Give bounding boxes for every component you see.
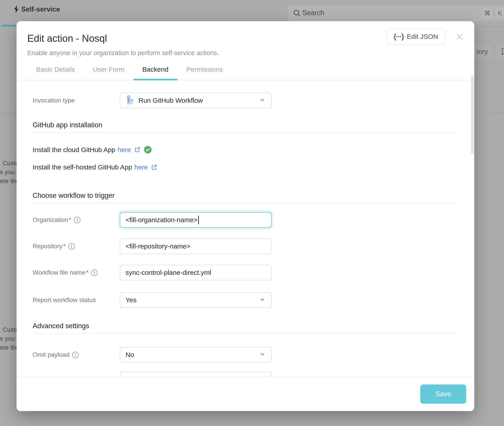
chevron-down-icon [259,351,266,359]
save-button[interactable]: Save [420,384,466,404]
repository-row: Repository* i <fill-repository-name> [33,238,458,254]
modal-subtitle: Enable anyone in your organization to pe… [27,49,464,57]
omit-payload-value: No [126,351,134,359]
omit-payload-select[interactable]: No [120,347,272,362]
install-self-hosted-link[interactable]: here [134,163,148,171]
cmd-key-chip: ⌘ [482,7,493,19]
close-icon [455,33,464,41]
repository-value: <fill-repository-name> [126,242,190,250]
search-placeholder: Search [302,9,324,17]
chevron-down-icon [259,296,266,304]
modal-tabs: Basic Details User Form Backend Permissi… [16,66,474,80]
invocation-type-value: Run GitHub Workflow [138,97,203,104]
install-cloud-line: Install the cloud GitHub App here [33,146,458,154]
section-heading-github-app: GitHub app installation [33,121,458,129]
organization-input[interactable]: <fill-organization-name> [120,212,272,228]
tab-user-form[interactable]: User Form [84,66,133,80]
github-workflow-icon [126,95,135,106]
organization-label: Organization* i [33,216,120,223]
report-workflow-status-select[interactable]: Yes [120,292,272,308]
book-icon [500,47,504,56]
workflow-file-name-label: Workflow file name* i [33,269,120,276]
background-active-tab-underline [2,25,16,26]
organization-value: <fill-organization-name> [126,216,197,224]
check-circle-icon [144,146,152,154]
omit-user-inputs-row: Omit user inputs Yes [33,371,458,377]
k-key-chip: K [495,7,504,19]
tab-backend[interactable]: Backend [133,66,177,80]
section-heading-choose-workflow: Choose workflow to trigger [33,192,458,200]
section-divider [33,132,458,133]
modal-scrollbar[interactable] [471,75,474,154]
workflow-file-name-value: sync-control-plane-direct.yml [126,269,211,277]
invocation-type-row: Invocation type [33,93,458,108]
modal-form-scroll-area: Invocation type [16,81,474,377]
required-mark: * [69,216,71,223]
install-cloud-link[interactable]: here [117,146,131,154]
tab-permissions[interactable]: Permissions [177,66,232,80]
info-icon[interactable]: i [72,352,79,358]
info-icon[interactable]: i [68,243,75,250]
edit-action-modal: Edit action - Nosql Enable anyone in you… [16,21,474,411]
docs-button[interactable] [496,43,504,60]
invocation-type-label: Invocation type [33,97,120,104]
modal-footer: Save [16,377,474,411]
info-icon[interactable]: i [91,270,98,276]
repository-label: Repository* i [33,243,120,250]
omit-payload-label: Omit payload i [33,351,120,358]
info-icon[interactable]: i [74,217,80,223]
lightning-bolt-icon [13,5,21,14]
history-button-label: tory [477,48,488,55]
install-self-hosted-line: Install the self-hosted GitHub App here [33,163,458,171]
external-link-icon[interactable] [134,146,141,153]
omit-user-inputs-select[interactable]: Yes [120,371,272,377]
braces-icon: {···} [394,33,404,41]
workflow-file-name-input[interactable]: sync-control-plane-direct.yml [120,265,272,280]
repository-input[interactable]: <fill-repository-name> [120,238,272,254]
edit-json-button[interactable]: {···} Edit JSON [387,28,445,45]
edit-json-label: Edit JSON [407,33,438,40]
report-workflow-status-row: Report workflow status Yes [33,292,458,308]
modal-header: Edit action - Nosql Enable anyone in you… [16,21,474,57]
section-divider [33,203,458,203]
external-link-icon[interactable] [151,164,158,171]
active-tab-indicator [133,79,177,80]
required-mark: * [86,269,88,276]
required-mark: * [63,243,66,250]
close-button[interactable] [455,32,464,42]
invocation-type-select[interactable]: Run GitHub Workflow [120,93,272,108]
text-cursor [198,216,199,224]
section-divider [33,333,458,334]
report-workflow-status-value: Yes [126,296,137,304]
search-icon [292,9,301,19]
organization-row: Organization* i <fill-organization-name> [33,212,458,228]
workflow-file-name-row: Workflow file name* i sync-control-plane… [33,265,458,280]
app-title: Self-service [21,5,60,13]
background-row-text: s you t [0,169,19,176]
omit-payload-row: Omit payload i No [33,347,458,362]
chevron-down-icon [259,96,266,105]
tab-basic-details[interactable]: Basic Details [27,66,84,80]
background-row-text: s you t [0,335,19,342]
section-heading-advanced: Advanced settings [33,322,458,330]
report-workflow-status-label: Report workflow status [33,297,120,304]
search-input[interactable]: Search ⌘ K [288,5,504,21]
